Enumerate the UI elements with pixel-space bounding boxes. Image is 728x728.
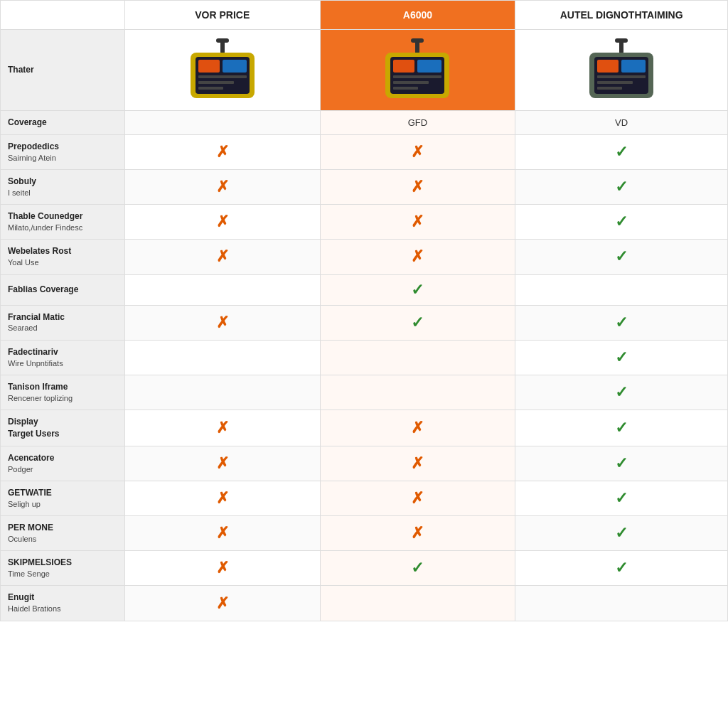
check-icon: ✓: [615, 247, 628, 266]
a6000-cell: [320, 586, 515, 621]
a6000-cell: ✗: [320, 169, 515, 204]
vor-cell: ✗: [124, 134, 320, 169]
cross-icon: ✗: [216, 247, 229, 266]
feature-name: Thater: [8, 64, 117, 76]
feature-sub: Podger: [8, 464, 117, 475]
cross-icon: ✗: [411, 247, 424, 266]
autel-cell: ✓: [515, 551, 728, 586]
vor-cell: [124, 340, 320, 375]
a6000-cell: ✗: [320, 410, 515, 446]
feature-cell: Webelates RostYoal Use: [1, 240, 125, 274]
header-vor: VOR PRICE: [124, 1, 320, 30]
svg-rect-14: [417, 60, 441, 73]
feature-name: Thable Counedger: [8, 210, 117, 223]
table-row: Thater: [1, 30, 728, 111]
feature-cell: Thater: [1, 30, 125, 111]
vor-device-cell: [124, 30, 320, 111]
feature-sub: Searaed: [8, 323, 117, 333]
feature-name: Acencatore: [8, 452, 117, 464]
feature-sub: Wire Unpntifiats: [8, 358, 117, 369]
feature-cell: Francial MaticSearaed: [1, 305, 125, 340]
table-row: SKIPMELSIOESTime Senge✗✓✓: [1, 551, 728, 586]
feature-sub: Time Senge: [8, 569, 117, 579]
autel-cell: ✓: [515, 481, 728, 515]
table-row: DisplayTarget Users✗✗✓: [1, 410, 728, 446]
svg-rect-8: [198, 87, 223, 90]
feature-cell: FadectinarivWire Unpntifiats: [1, 340, 125, 375]
cross-icon: ✗: [411, 213, 424, 231]
feature-name: Enugit: [8, 592, 117, 604]
feature-cell: AcencatorePodger: [1, 446, 125, 481]
comparison-table: VOR PRICE A6000 AUTEL DIGNOTHTAIMING Tha…: [0, 0, 728, 621]
svg-rect-25: [597, 81, 633, 84]
cross-icon: ✗: [411, 419, 424, 437]
cross-icon: ✗: [216, 594, 229, 613]
vor-cell: [124, 375, 320, 410]
a6000-cell: ✗: [320, 205, 515, 240]
check-icon: ✓: [615, 524, 628, 542]
autel-cell: ✓: [515, 305, 728, 340]
feature-cell: DisplayTarget Users: [1, 410, 125, 446]
cross-icon: ✗: [216, 213, 229, 231]
check-icon: ✓: [615, 348, 628, 367]
feature-name: DisplayTarget Users: [8, 416, 117, 440]
feature-cell: EnugitHaidel Brations: [1, 586, 125, 621]
header-a6000: A6000: [320, 1, 515, 30]
feature-cell: Tanison IframeRencener toplizing: [1, 375, 125, 410]
feature-cell: GETWATIESeligh up: [1, 481, 125, 515]
table-row: Tanison IframeRencener toplizing✓: [1, 375, 728, 410]
coverage-value: GFD: [408, 117, 427, 128]
svg-rect-17: [393, 87, 418, 90]
svg-rect-26: [597, 87, 622, 90]
feature-sub: Milato,/under Findesc: [8, 223, 117, 233]
table-row: Thable CounedgerMilato,/under Findesc✗✗✓: [1, 205, 728, 240]
check-icon: ✓: [615, 419, 628, 437]
svg-rect-19: [615, 38, 628, 43]
feature-name: Fablias Coverage: [8, 284, 117, 296]
feature-name: GETWATIE: [8, 487, 117, 499]
svg-rect-6: [198, 75, 247, 78]
svg-rect-13: [393, 60, 414, 73]
table-row: CoverageGFDVD: [1, 111, 728, 135]
svg-rect-22: [597, 60, 619, 73]
feature-sub: Sairning Atein: [8, 153, 117, 164]
vor-cell: ✗: [124, 551, 320, 586]
feature-sub: Haidel Brations: [8, 604, 117, 614]
table-row: PrepodedicsSairning Atein✗✗✓: [1, 134, 728, 169]
feature-sub: Oculens: [8, 534, 117, 545]
cross-icon: ✗: [216, 454, 229, 473]
a6000-device-cell: [320, 30, 515, 111]
svg-rect-16: [393, 81, 429, 84]
feature-name: Francial Matic: [8, 311, 117, 323]
table-row: PER MONEOculens✗✗✓: [1, 516, 728, 551]
cross-icon: ✗: [411, 178, 424, 196]
table-row: Fablias Coverage✓: [1, 274, 728, 305]
svg-rect-15: [393, 75, 441, 78]
check-icon: ✓: [615, 213, 628, 231]
cross-icon: ✗: [216, 143, 229, 161]
autel-cell: ✓: [515, 134, 728, 169]
feature-cell: Coverage: [1, 111, 125, 135]
vor-cell: ✗: [124, 169, 320, 204]
vor-cell: ✗: [124, 205, 320, 240]
svg-rect-5: [223, 60, 247, 73]
table-row: SobulyI seitel✗✗✓: [1, 169, 728, 204]
a6000-cell: ✗: [320, 134, 515, 169]
feature-name: Coverage: [8, 117, 117, 129]
autel-cell: ✓: [515, 410, 728, 446]
autel-cell: ✓: [515, 516, 728, 551]
a6000-cell: ✗: [320, 240, 515, 274]
vor-cell: ✗: [124, 305, 320, 340]
feature-cell: PrepodedicsSairning Atein: [1, 134, 125, 169]
svg-rect-7: [198, 81, 234, 84]
cross-icon: ✗: [411, 524, 424, 542]
vor-cell: ✗: [124, 410, 320, 446]
feature-cell: SobulyI seitel: [1, 169, 125, 204]
check-icon: ✓: [615, 178, 628, 196]
autel-device-cell: [515, 30, 728, 111]
coverage-value: VD: [615, 117, 628, 128]
check-icon: ✓: [615, 143, 628, 161]
feature-cell: Thable CounedgerMilato,/under Findesc: [1, 205, 125, 240]
feature-sub: I seitel: [8, 188, 117, 198]
feature-sub: Rencener toplizing: [8, 393, 117, 404]
